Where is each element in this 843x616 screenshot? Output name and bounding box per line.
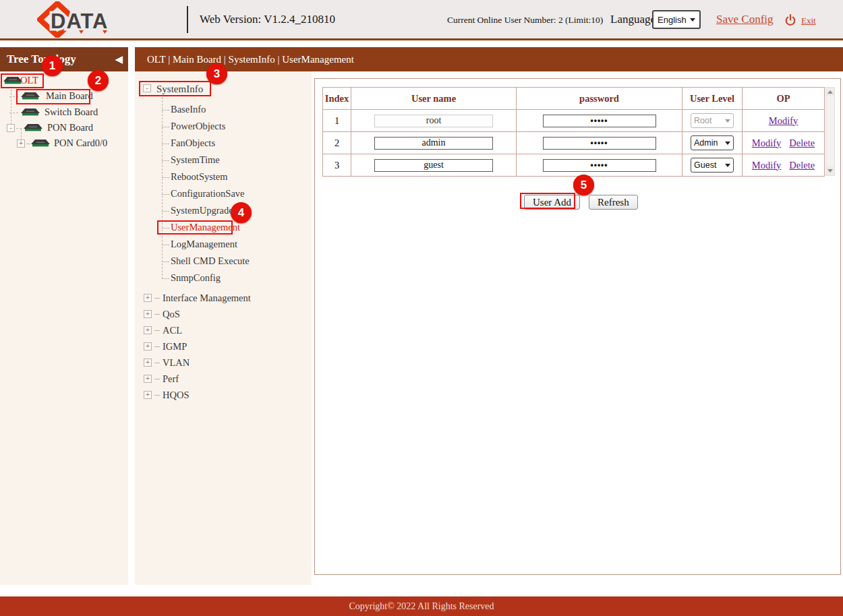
expand-box-icon[interactable]: +	[144, 326, 152, 334]
nav-section-acl[interactable]: +ACL	[144, 324, 182, 337]
user-level-value: Guest	[694, 160, 716, 170]
nav-item-label: SystemTime	[171, 154, 220, 165]
top-header: DATA Web Version: V1.2.4_210810 Current …	[0, 0, 843, 40]
nav-section-label: Perf	[163, 373, 179, 384]
scrollbar-down-icon[interactable]	[826, 166, 834, 175]
modify-link[interactable]: Modify	[769, 115, 798, 126]
user-level-select[interactable]: Admin	[691, 135, 734, 150]
nav-item-snmpconfig[interactable]: SnmpConfig	[162, 272, 221, 285]
tree-connector-line	[154, 346, 160, 347]
nav-section-label: HQOS	[163, 390, 189, 400]
expand-box-icon[interactable]: +	[144, 310, 152, 318]
nav-item-label: BaseInfo	[171, 104, 206, 115]
op-cell: ModifyDelete	[743, 132, 825, 154]
expand-box-icon[interactable]: +	[144, 342, 152, 350]
tree-connector-line	[162, 245, 169, 245]
tree-connector-line	[154, 363, 160, 363]
power-icon[interactable]	[784, 14, 796, 26]
content-area: IndexUser namepasswordUser LevelOP 1Root…	[312, 71, 843, 585]
index-cell: 3	[323, 154, 351, 177]
tree-item-pon-card0-0[interactable]: +PON Card0/0	[0, 136, 128, 151]
index-cell: 1	[323, 110, 351, 132]
nav-item-systemupgrade[interactable]: SystemUpgrade	[162, 204, 233, 218]
tree-connector-line	[162, 177, 169, 178]
nav-section-qos[interactable]: +QoS	[144, 307, 180, 321]
step-badge-5: 5	[573, 175, 594, 195]
tree-connector-line	[162, 127, 169, 127]
scrollbar-up-icon[interactable]	[826, 88, 834, 96]
password-input[interactable]	[543, 159, 656, 172]
table-scrollbar[interactable]	[825, 87, 835, 176]
tree-item-label: PON Board	[47, 122, 93, 133]
footer-bar: Copyright© 2022 All Rights Reserved	[0, 596, 843, 616]
index-cell: 2	[323, 132, 351, 154]
nav-item-usermanagement[interactable]: UserManagement	[162, 221, 240, 235]
expand-box-icon[interactable]: +	[17, 140, 25, 148]
user-level-select[interactable]: Root	[691, 113, 734, 128]
save-config-link[interactable]: Save Config	[716, 13, 774, 26]
nav-item-logmanagement[interactable]: LogManagement	[162, 238, 237, 251]
tree-connector-line	[162, 261, 169, 262]
table-header-row: IndexUser namepasswordUser LevelOP	[323, 88, 825, 110]
user-level-select[interactable]: Guest	[691, 158, 734, 173]
exit-link[interactable]: Exit	[801, 16, 816, 26]
language-label: Language	[610, 13, 656, 26]
nav-section-label: QoS	[163, 309, 180, 319]
nav-item-shell-cmd-execute[interactable]: Shell CMD Execute	[162, 255, 250, 268]
tree-connector-line	[26, 144, 30, 144]
nav-section-igmp[interactable]: +IGMP	[144, 340, 187, 353]
nav-section-hqos[interactable]: +HQOS	[144, 388, 189, 402]
nav-section-perf[interactable]: +Perf	[144, 372, 179, 386]
nav-item-powerobjects[interactable]: PowerObjects	[162, 120, 225, 133]
refresh-button[interactable]: Refresh	[589, 195, 638, 210]
collapse-sidebar-icon[interactable]: ◀	[115, 47, 123, 71]
nav-section-label: ACL	[163, 325, 182, 336]
device-icon	[20, 92, 40, 100]
tree-item-pon-board[interactable]: -PON Board	[0, 121, 128, 135]
username-input[interactable]	[374, 115, 493, 127]
device-icon	[30, 139, 51, 148]
expand-box-icon[interactable]: +	[144, 391, 152, 399]
tree-connector-line	[154, 395, 160, 396]
nav-section-label: Interface Management	[163, 292, 251, 303]
expand-box-icon[interactable]: +	[144, 375, 152, 383]
nav-item-baseinfo[interactable]: BaseInfo	[162, 103, 206, 117]
username-input[interactable]	[374, 159, 493, 172]
delete-link[interactable]: Delete	[789, 160, 815, 171]
nav-section-vlan[interactable]: +VLAN	[144, 356, 190, 369]
language-select[interactable]: English	[652, 10, 701, 29]
chevron-down-icon	[725, 142, 730, 145]
nav-item-systemtime[interactable]: SystemTime	[162, 154, 220, 167]
username-input[interactable]	[374, 137, 493, 150]
nav-item-label: PowerObjects	[171, 121, 225, 131]
collapse-box-icon[interactable]: -	[7, 124, 15, 132]
svg-text:DATA: DATA	[51, 9, 109, 33]
collapse-box-icon[interactable]: -	[143, 84, 151, 92]
chevron-down-icon	[725, 164, 730, 167]
content-panel: IndexUser namepasswordUser LevelOP 1Root…	[314, 78, 841, 575]
expand-box-icon[interactable]: +	[144, 294, 152, 302]
nav-item-systeminfo[interactable]: - SystemInfo	[135, 82, 312, 97]
tree-item-label: PON Card0/0	[54, 137, 107, 149]
password-input[interactable]	[543, 115, 656, 127]
password-input[interactable]	[543, 137, 656, 150]
modify-link[interactable]: Modify	[752, 160, 782, 171]
expand-box-icon[interactable]: +	[144, 359, 152, 367]
tree-connector-line	[162, 160, 169, 161]
nav-section-label: IGMP	[163, 341, 187, 352]
nav-section-interface-management[interactable]: +Interface Management	[144, 291, 251, 305]
tree-item-olt[interactable]: OLT	[0, 73, 128, 88]
tree-item-main-board[interactable]: Main Board	[0, 89, 128, 104]
modify-link[interactable]: Modify	[752, 137, 782, 148]
tree-item-label: Main Board	[46, 90, 93, 102]
step-badge-1: 1	[42, 55, 63, 76]
user-add-button[interactable]: User Add	[524, 195, 580, 210]
table-row: 3GuestModifyDelete	[323, 154, 825, 177]
device-icon	[23, 123, 43, 132]
tree-item-switch-board[interactable]: Switch Board	[0, 105, 128, 120]
nav-item-configurationsave[interactable]: ConfigurationSave	[162, 187, 245, 201]
nav-item-rebootsystem[interactable]: RebootSystem	[162, 171, 228, 184]
delete-link[interactable]: Delete	[789, 137, 815, 148]
nav-item-fanobjects[interactable]: FanObjects	[162, 137, 215, 150]
tree-item-label: Switch Board	[45, 106, 98, 118]
